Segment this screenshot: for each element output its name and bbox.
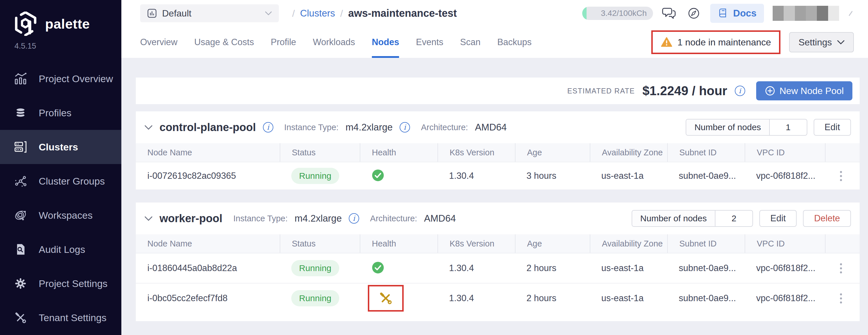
sidebar-item-audit-logs[interactable]: Audit Logs: [0, 232, 121, 267]
node-k8s-version-cell: 1.30.4: [437, 171, 515, 181]
tab-events[interactable]: Events: [416, 27, 443, 58]
sidebar-nav: Project Overview Profiles: [0, 62, 121, 335]
rate-info-icon[interactable]: [735, 86, 745, 96]
col-subnet-id: Subnet ID: [667, 143, 745, 162]
maintenance-annotation-box: [368, 285, 404, 312]
brand-name: palette: [45, 16, 90, 32]
brand-logo[interactable]: palette: [0, 0, 121, 36]
kebab-menu-icon[interactable]: [825, 294, 860, 304]
tab-workloads[interactable]: Workloads: [313, 27, 355, 58]
col-actions: [825, 234, 860, 253]
instance-type-info-icon[interactable]: [400, 122, 410, 133]
tab-nodes[interactable]: Nodes: [372, 27, 399, 58]
usage-quota-badge[interactable]: 3.42/100kCh: [582, 7, 653, 20]
workspaces-icon: [13, 208, 28, 222]
chevron-down-icon: [837, 40, 845, 45]
node-vpc-cell: vpc-06f818f2...: [745, 263, 825, 273]
palette-logo-icon: [13, 11, 37, 36]
cluster-actions: 1 node in maintenance Settings: [651, 30, 868, 54]
maintenance-warning-badge[interactable]: 1 node in maintenance: [651, 30, 781, 54]
node-row: i-0072619c82ac09365 Running 1.30.4 3 hou…: [136, 162, 860, 190]
node-table: Node Name Status Health K8s Version Age …: [136, 234, 860, 313]
col-k8s-version: K8s Version: [437, 234, 515, 253]
col-node-name: Node Name: [136, 143, 280, 162]
sidebar-item-label: Clusters: [39, 141, 78, 153]
explore-compass-button[interactable]: [686, 5, 702, 21]
sidebar-item-label: Profiles: [39, 107, 71, 119]
plus-circle-icon: [765, 86, 775, 96]
pool-name: control-plane-pool: [159, 121, 256, 134]
tab-scan[interactable]: Scan: [460, 27, 480, 58]
sidebar-item-label: Workspaces: [39, 210, 92, 221]
profiles-icon: [13, 106, 28, 120]
number-of-nodes-value[interactable]: 1: [769, 119, 807, 135]
edit-pool-button[interactable]: Edit: [814, 119, 851, 136]
table-header-row: Node Name Status Health K8s Version Age …: [136, 143, 860, 162]
tab-backups[interactable]: Backups: [497, 27, 532, 58]
collapsed-indicator: [849, 11, 853, 16]
kebab-menu-icon[interactable]: [825, 263, 860, 273]
cluster-tabs: Overview Usage & Costs Profile Workloads…: [140, 27, 532, 58]
kebab-menu-icon[interactable]: [825, 171, 860, 181]
edit-pool-button[interactable]: Edit: [760, 210, 797, 227]
node-k8s-version-cell: 1.30.4: [437, 293, 515, 304]
col-status: Status: [280, 234, 360, 253]
architecture-value: AMD64: [424, 213, 456, 224]
sidebar-item-project-overview[interactable]: Project Overview: [0, 62, 121, 96]
redacted-user-info[interactable]: [773, 6, 839, 21]
sidebar-item-workspaces[interactable]: Workspaces: [0, 198, 121, 232]
docs-button[interactable]: Docs: [710, 4, 764, 23]
architecture-label: Architecture:: [421, 123, 468, 132]
topbar-right-cluster: 3.42/100kCh: [582, 4, 868, 23]
new-node-pool-label: New Node Pool: [780, 86, 844, 96]
node-actions-cell: [825, 263, 860, 273]
pool-info-icon[interactable]: [263, 122, 273, 133]
tab-profile[interactable]: Profile: [271, 27, 296, 58]
col-age: Age: [515, 143, 590, 162]
chat-bubbles-icon: [662, 6, 677, 21]
sidebar-item-cluster-groups[interactable]: Cluster Groups: [0, 164, 121, 198]
main-area: Default / Clusters / aws-maintenance-tes…: [121, 0, 868, 335]
breadcrumb-clusters-link[interactable]: Clusters: [300, 8, 335, 19]
cluster-groups-icon: [13, 174, 28, 188]
new-node-pool-button[interactable]: New Node Pool: [756, 81, 852, 101]
chevron-down-icon: [265, 11, 272, 15]
tab-overview[interactable]: Overview: [140, 27, 178, 58]
sidebar-item-clusters[interactable]: Clusters: [0, 130, 121, 164]
usage-quota-value: 3.42/100kCh: [601, 9, 647, 18]
node-k8s-version-cell: 1.30.4: [437, 263, 515, 273]
settings-button[interactable]: Settings: [789, 32, 854, 52]
number-of-nodes-label: Number of nodes: [632, 211, 715, 226]
node-status-cell: Running: [280, 290, 360, 306]
sidebar-item-tenant-settings[interactable]: Tenant Settings: [0, 301, 121, 335]
tab-usage-costs[interactable]: Usage & Costs: [194, 27, 254, 58]
sidebar-item-project-settings[interactable]: Project Settings: [0, 267, 121, 301]
table-header-row: Node Name Status Health K8s Version Age …: [136, 234, 860, 253]
collapse-chevron-icon[interactable]: [145, 125, 153, 130]
node-vpc-cell: vpc-06f818f2...: [745, 171, 825, 181]
sidebar-item-label: Audit Logs: [39, 244, 85, 255]
pool-card-worker: worker-pool Instance Type: m4.2xlarge Ar…: [136, 202, 860, 321]
col-k8s-version: K8s Version: [437, 143, 515, 162]
health-healthy-icon: [371, 169, 384, 182]
architecture-label: Architecture:: [370, 214, 417, 223]
node-health-cell: [360, 285, 437, 312]
sidebar-item-label: Tenant Settings: [39, 312, 106, 324]
delete-pool-button[interactable]: Delete: [803, 210, 851, 227]
number-of-nodes-label: Number of nodes: [686, 119, 769, 135]
instance-type-info-icon[interactable]: [349, 213, 359, 224]
number-of-nodes-value[interactable]: 2: [715, 211, 752, 226]
feedback-chat-button[interactable]: [662, 5, 677, 21]
project-selector-value: Default: [162, 8, 191, 19]
topbar-row-primary: Default / Clusters / aws-maintenance-tes…: [121, 0, 868, 27]
status-badge: Running: [291, 168, 339, 184]
project-selector[interactable]: Default: [140, 4, 279, 22]
collapse-chevron-icon[interactable]: [145, 216, 153, 221]
node-actions-cell: [825, 294, 860, 304]
sidebar-item-profiles[interactable]: Profiles: [0, 96, 121, 130]
col-node-name: Node Name: [136, 234, 280, 253]
node-age-cell: 2 hours: [515, 293, 590, 304]
node-health-cell: [360, 261, 437, 275]
clusters-icon: [13, 140, 28, 154]
app-window: palette 4.5.15 Project Overview: [0, 0, 868, 335]
